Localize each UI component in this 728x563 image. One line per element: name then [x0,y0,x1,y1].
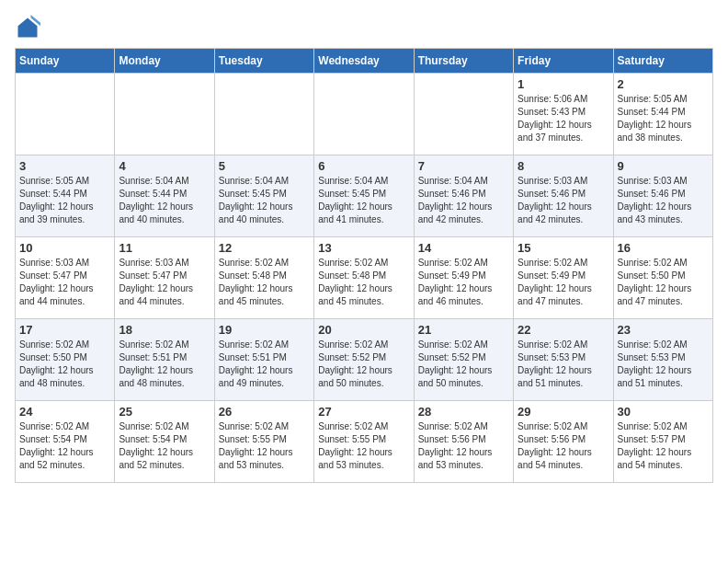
day-info: Sunrise: 5:02 AM Sunset: 5:52 PM Dayligh… [318,339,409,390]
calendar-cell: 19Sunrise: 5:02 AM Sunset: 5:51 PM Dayli… [214,319,313,401]
day-info: Sunrise: 5:02 AM Sunset: 5:56 PM Dayligh… [418,420,509,472]
calendar-header-row: SundayMondayTuesdayWednesdayThursdayFrid… [16,49,713,74]
calendar-week-row: 3Sunrise: 5:05 AM Sunset: 5:44 PM Daylig… [16,155,713,237]
day-number: 19 [219,323,310,337]
day-info: Sunrise: 5:06 AM Sunset: 5:43 PM Dayligh… [518,93,609,144]
calendar-cell: 15Sunrise: 5:02 AM Sunset: 5:49 PM Dayli… [514,237,613,319]
calendar-cell: 24Sunrise: 5:02 AM Sunset: 5:54 PM Dayli… [16,401,115,483]
day-info: Sunrise: 5:02 AM Sunset: 5:50 PM Dayligh… [19,339,110,390]
day-info: Sunrise: 5:02 AM Sunset: 5:49 PM Dayligh… [518,257,609,308]
day-info: Sunrise: 5:04 AM Sunset: 5:45 PM Dayligh… [318,175,409,226]
day-info: Sunrise: 5:02 AM Sunset: 5:54 PM Dayligh… [119,420,210,472]
day-number: 14 [418,241,509,255]
weekday-header: Thursday [414,49,513,74]
day-number: 29 [518,405,609,419]
calendar-cell: 9Sunrise: 5:03 AM Sunset: 5:46 PM Daylig… [613,155,712,237]
weekday-header: Sunday [16,49,115,74]
calendar-cell [16,74,115,155]
day-info: Sunrise: 5:03 AM Sunset: 5:46 PM Dayligh… [518,175,609,226]
calendar-table: SundayMondayTuesdayWednesdayThursdayFrid… [15,48,713,483]
calendar-cell: 6Sunrise: 5:04 AM Sunset: 5:45 PM Daylig… [314,155,414,237]
calendar-cell: 7Sunrise: 5:04 AM Sunset: 5:46 PM Daylig… [414,155,513,237]
weekday-header: Tuesday [214,49,313,74]
calendar-cell: 5Sunrise: 5:04 AM Sunset: 5:45 PM Daylig… [214,155,313,237]
calendar-cell: 17Sunrise: 5:02 AM Sunset: 5:50 PM Dayli… [16,319,115,401]
calendar-cell [214,74,313,155]
day-number: 23 [618,323,709,337]
day-number: 6 [318,159,409,173]
day-number: 11 [119,241,210,255]
calendar-cell [414,74,513,155]
calendar-week-row: 24Sunrise: 5:02 AM Sunset: 5:54 PM Dayli… [16,401,713,483]
day-number: 8 [518,159,609,173]
day-info: Sunrise: 5:05 AM Sunset: 5:44 PM Dayligh… [618,93,709,144]
day-info: Sunrise: 5:02 AM Sunset: 5:48 PM Dayligh… [318,257,409,308]
day-number: 26 [219,405,310,419]
day-info: Sunrise: 5:04 AM Sunset: 5:46 PM Dayligh… [418,175,509,226]
calendar-cell: 4Sunrise: 5:04 AM Sunset: 5:44 PM Daylig… [115,155,214,237]
calendar-cell: 27Sunrise: 5:02 AM Sunset: 5:55 PM Dayli… [314,401,414,483]
calendar-week-row: 17Sunrise: 5:02 AM Sunset: 5:50 PM Dayli… [16,319,713,401]
day-info: Sunrise: 5:03 AM Sunset: 5:47 PM Dayligh… [19,257,110,308]
day-info: Sunrise: 5:02 AM Sunset: 5:53 PM Dayligh… [518,339,609,390]
calendar-cell: 16Sunrise: 5:02 AM Sunset: 5:50 PM Dayli… [613,237,712,319]
day-info: Sunrise: 5:03 AM Sunset: 5:47 PM Dayligh… [119,257,210,308]
day-number: 2 [618,77,709,91]
day-number: 5 [219,159,310,173]
calendar-cell [314,74,414,155]
day-info: Sunrise: 5:04 AM Sunset: 5:44 PM Dayligh… [119,175,210,226]
day-number: 13 [318,241,409,255]
day-info: Sunrise: 5:02 AM Sunset: 5:55 PM Dayligh… [219,420,310,472]
page-header [15,15,713,40]
calendar-cell: 26Sunrise: 5:02 AM Sunset: 5:55 PM Dayli… [214,401,313,483]
day-number: 3 [19,159,110,173]
day-number: 10 [19,241,110,255]
calendar-cell: 3Sunrise: 5:05 AM Sunset: 5:44 PM Daylig… [16,155,115,237]
day-number: 9 [618,159,709,173]
weekday-header: Monday [115,49,214,74]
day-number: 20 [318,323,409,337]
day-number: 18 [119,323,210,337]
calendar-week-row: 10Sunrise: 5:03 AM Sunset: 5:47 PM Dayli… [16,237,713,319]
day-number: 21 [418,323,509,337]
calendar-cell: 20Sunrise: 5:02 AM Sunset: 5:52 PM Dayli… [314,319,414,401]
day-info: Sunrise: 5:02 AM Sunset: 5:55 PM Dayligh… [318,420,409,472]
day-info: Sunrise: 5:02 AM Sunset: 5:49 PM Dayligh… [418,257,509,308]
calendar-cell: 11Sunrise: 5:03 AM Sunset: 5:47 PM Dayli… [115,237,214,319]
day-info: Sunrise: 5:03 AM Sunset: 5:46 PM Dayligh… [618,175,709,226]
day-info: Sunrise: 5:02 AM Sunset: 5:50 PM Dayligh… [618,257,709,308]
day-info: Sunrise: 5:02 AM Sunset: 5:48 PM Dayligh… [219,257,310,308]
calendar-cell: 1Sunrise: 5:06 AM Sunset: 5:43 PM Daylig… [514,74,613,155]
day-info: Sunrise: 5:02 AM Sunset: 5:54 PM Dayligh… [19,420,110,472]
day-number: 28 [418,405,509,419]
weekday-header: Wednesday [314,49,414,74]
calendar-cell [115,74,214,155]
calendar-cell: 2Sunrise: 5:05 AM Sunset: 5:44 PM Daylig… [613,74,712,155]
logo-icon [15,15,40,40]
calendar-cell: 13Sunrise: 5:02 AM Sunset: 5:48 PM Dayli… [314,237,414,319]
day-number: 7 [418,159,509,173]
calendar-cell: 25Sunrise: 5:02 AM Sunset: 5:54 PM Dayli… [115,401,214,483]
day-number: 16 [618,241,709,255]
weekday-header: Saturday [613,49,712,74]
day-number: 4 [119,159,210,173]
calendar-cell: 29Sunrise: 5:02 AM Sunset: 5:56 PM Dayli… [514,401,613,483]
day-number: 27 [318,405,409,419]
day-info: Sunrise: 5:04 AM Sunset: 5:45 PM Dayligh… [219,175,310,226]
calendar-cell: 28Sunrise: 5:02 AM Sunset: 5:56 PM Dayli… [414,401,513,483]
day-info: Sunrise: 5:02 AM Sunset: 5:51 PM Dayligh… [219,339,310,390]
calendar-body: 1Sunrise: 5:06 AM Sunset: 5:43 PM Daylig… [16,74,713,483]
day-number: 25 [119,405,210,419]
calendar-cell: 10Sunrise: 5:03 AM Sunset: 5:47 PM Dayli… [16,237,115,319]
calendar-cell: 8Sunrise: 5:03 AM Sunset: 5:46 PM Daylig… [514,155,613,237]
day-number: 30 [618,405,709,419]
calendar-cell: 21Sunrise: 5:02 AM Sunset: 5:52 PM Dayli… [414,319,513,401]
day-number: 12 [219,241,310,255]
calendar-cell: 12Sunrise: 5:02 AM Sunset: 5:48 PM Dayli… [214,237,313,319]
day-number: 15 [518,241,609,255]
calendar-cell: 18Sunrise: 5:02 AM Sunset: 5:51 PM Dayli… [115,319,214,401]
day-number: 22 [518,323,609,337]
logo [15,15,44,40]
calendar-cell: 22Sunrise: 5:02 AM Sunset: 5:53 PM Dayli… [514,319,613,401]
day-info: Sunrise: 5:02 AM Sunset: 5:53 PM Dayligh… [618,339,709,390]
